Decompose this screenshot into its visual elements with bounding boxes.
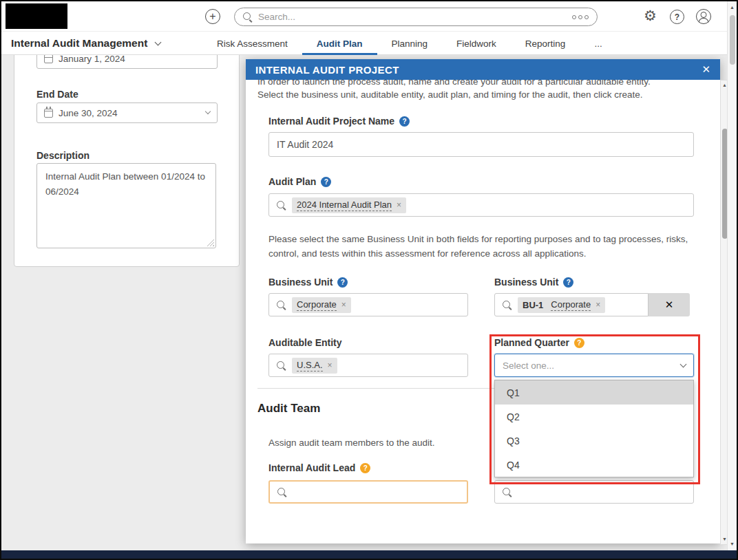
end-date-label: End Date xyxy=(36,89,78,100)
project-name-label: Internal Audit Project Name ? xyxy=(268,116,410,127)
business-unit-left-tag: Corporate × xyxy=(292,297,351,313)
profile-icon[interactable] xyxy=(696,9,711,24)
business-unit-right-tag: BU-1 Corporate × xyxy=(518,297,605,313)
tab-more[interactable]: ... xyxy=(580,32,616,55)
window-scrollbar[interactable]: ▲ ▼ xyxy=(727,1,737,550)
tab-fieldwork[interactable]: Fieldwork xyxy=(442,32,511,55)
description-label: Description xyxy=(36,150,89,161)
clear-field-button[interactable]: ✕ xyxy=(649,293,690,316)
auditable-entity-label: Auditable Entity xyxy=(268,337,342,348)
help-icon[interactable]: ? xyxy=(360,463,370,473)
search-options-icon[interactable] xyxy=(572,15,589,19)
gear-icon[interactable]: ⚙ xyxy=(644,8,657,24)
modal-title: INTERNAL AUDIT PROJECT xyxy=(255,64,399,76)
tag-remove-icon[interactable]: × xyxy=(397,200,401,210)
internal-audit-project-modal: In order to launch the process audit, na… xyxy=(246,59,720,543)
start-date-value: January 1, 2024 xyxy=(59,54,125,64)
search-icon xyxy=(277,201,286,210)
planned-quarter-select[interactable]: Select one... xyxy=(494,354,694,377)
chevron-down-icon xyxy=(155,39,162,45)
audit-plan-label: Audit Plan ? xyxy=(268,176,331,187)
project-name-input[interactable]: IT Audit 2024 xyxy=(268,132,694,157)
bottom-bar xyxy=(1,550,737,559)
app-switcher[interactable]: Internal Audit Management xyxy=(11,32,160,55)
tab-audit-plan[interactable]: Audit Plan xyxy=(302,32,377,55)
dropdown-option-q3[interactable]: Q3 xyxy=(495,429,693,453)
help-icon[interactable]: ? xyxy=(563,277,573,288)
business-unit-left-label: Business Unit ? xyxy=(268,277,348,288)
auditable-entity-tag: U.S.A. × xyxy=(292,358,337,374)
audit-plan-select-field[interactable]: 2024 Internal Audit Plan × xyxy=(268,193,694,217)
audit-team-heading: Audit Team xyxy=(257,402,320,416)
resize-handle[interactable] xyxy=(207,239,214,246)
tab-reporting[interactable]: Reporting xyxy=(511,32,580,55)
business-unit-left-field[interactable]: Corporate × xyxy=(268,293,468,316)
clear-icon: ✕ xyxy=(665,299,674,311)
nav-tabs: Risk Assessment Audit Plan Planning Fiel… xyxy=(202,32,617,55)
audit-plan-form-card: January 1, 2024 End Date June 30, 2024 D… xyxy=(14,45,240,267)
search-icon xyxy=(243,12,252,21)
add-button[interactable]: + xyxy=(205,9,220,24)
top-bar: + Search... ⚙ ? xyxy=(1,1,737,32)
audit-plan-tag: 2024 Internal Audit Plan × xyxy=(292,197,406,213)
end-date-value: June 30, 2024 xyxy=(59,108,200,118)
dropdown-option-q2[interactable]: Q2 xyxy=(495,405,693,429)
help-icon[interactable]: ? xyxy=(321,177,331,187)
tab-planning[interactable]: Planning xyxy=(377,32,443,55)
app-window: + Search... ⚙ ? Internal Audit Managemen… xyxy=(0,0,738,560)
chevron-down-icon xyxy=(680,360,687,367)
description-value: Internal Audit Plan between 01/2024 to 0… xyxy=(45,171,205,197)
search-icon xyxy=(503,488,512,497)
calendar-icon xyxy=(44,109,53,118)
tag-remove-icon[interactable]: × xyxy=(328,360,333,370)
dropdown-option-q1[interactable]: Q1 xyxy=(495,380,693,405)
plus-icon: + xyxy=(209,11,215,22)
project-name-value: IT Audit 2024 xyxy=(277,139,333,150)
tag-remove-icon[interactable]: × xyxy=(341,300,346,310)
app-title: Internal Audit Management xyxy=(11,37,147,50)
modal-intro-line2: Select the business unit, auditable enti… xyxy=(257,89,643,100)
description-textarea[interactable]: Internal Audit Plan between 01/2024 to 0… xyxy=(36,163,216,248)
business-unit-right-field[interactable]: BU-1 Corporate × xyxy=(494,293,649,316)
tag-remove-icon[interactable]: × xyxy=(595,300,600,310)
auditable-entity-field[interactable]: U.S.A. × xyxy=(268,354,468,377)
help-icon[interactable]: ? xyxy=(574,338,584,348)
dropdown-option-q4[interactable]: Q4 xyxy=(495,453,693,477)
end-date-field[interactable]: June 30, 2024 xyxy=(36,103,218,123)
search-icon xyxy=(277,301,286,310)
help-icon[interactable]: ? xyxy=(399,116,410,127)
search-icon xyxy=(277,488,286,497)
team-member-input[interactable] xyxy=(494,480,694,504)
planned-quarter-label: Planned Quarter ? xyxy=(494,337,584,348)
internal-audit-lead-label: Internal Audit Lead ? xyxy=(268,462,370,473)
tab-risk-assessment[interactable]: Risk Assessment xyxy=(202,32,302,55)
search-icon xyxy=(277,361,286,370)
chevron-down-icon xyxy=(205,109,211,114)
calendar-icon xyxy=(44,54,53,63)
close-icon[interactable]: ✕ xyxy=(702,63,710,76)
planned-quarter-placeholder: Select one... xyxy=(503,360,554,371)
global-search[interactable]: Search... xyxy=(234,8,598,26)
nav-bar: Internal Audit Management Risk Assessmen… xyxy=(1,32,737,55)
search-icon xyxy=(503,301,512,310)
redacted-logo xyxy=(6,3,67,29)
scroll-down-icon[interactable]: ▼ xyxy=(728,541,737,548)
internal-audit-lead-input[interactable] xyxy=(268,480,468,504)
scroll-up-icon[interactable]: ▲ xyxy=(728,4,737,11)
planned-quarter-dropdown: Q1 Q2 Q3 Q4 xyxy=(494,380,694,477)
scrollbar-thumb[interactable] xyxy=(730,15,735,65)
business-unit-right-label: Business Unit ? xyxy=(494,277,573,288)
help-icon[interactable]: ? xyxy=(670,10,684,24)
business-unit-note: Please select the same Business Unit in … xyxy=(268,233,698,261)
search-placeholder: Search... xyxy=(258,12,566,22)
help-icon[interactable]: ? xyxy=(337,277,348,288)
modal-header: INTERNAL AUDIT PROJECT ✕ xyxy=(246,59,720,80)
